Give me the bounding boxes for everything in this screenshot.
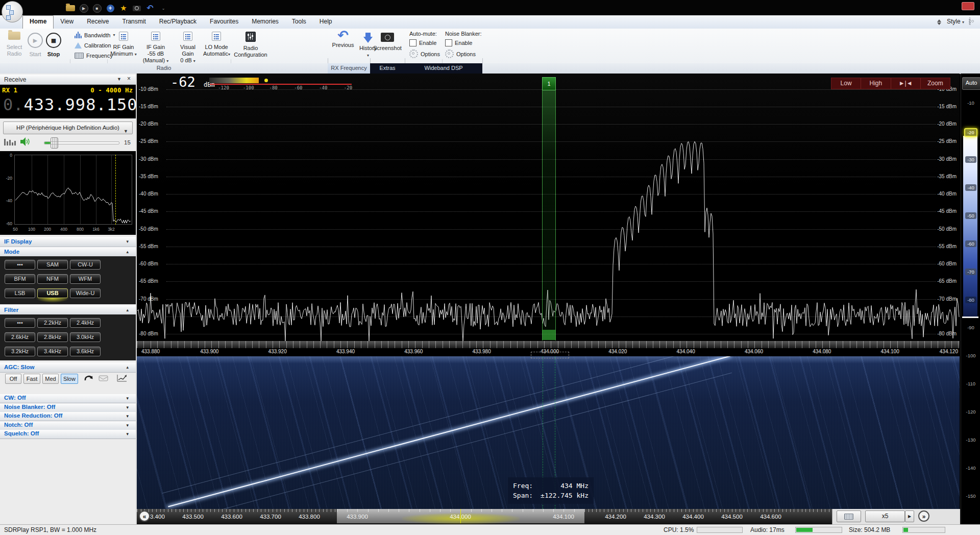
rx-region-handle[interactable] [531, 352, 569, 358]
spectrum-button-high[interactable]: High [861, 78, 891, 89]
spectrum-frequency-ruler[interactable] [137, 341, 960, 348]
agc-button-slow[interactable]: Slow [61, 374, 78, 384]
mode-button-nfm[interactable]: NFM [37, 274, 68, 284]
agc-button-off[interactable]: Off [5, 374, 21, 384]
scroll-left-button[interactable]: « [139, 510, 150, 522]
collapse-ribbon-icon[interactable] [937, 19, 941, 25]
palette-scale--120[interactable]: -120 [961, 409, 980, 415]
lo-mode-button[interactable]: LO ModeAutomatic▾ [203, 32, 230, 58]
palette-scale--60[interactable]: -60 [961, 240, 980, 247]
collapse-icon[interactable]: ▾ [126, 239, 129, 244]
rf-gain-button[interactable]: RF GainMinimum ▾ [110, 32, 137, 58]
mode-button-cwu[interactable]: CW-U [70, 260, 101, 270]
spectrum-button-low[interactable]: Low [831, 78, 861, 89]
section-cw[interactable]: CW: Off▾ [0, 394, 136, 403]
palette-scale--30[interactable]: -30 [961, 156, 980, 163]
style-menu[interactable]: Style ▾ [947, 18, 964, 25]
enter-frequency-button[interactable] [837, 510, 861, 522]
filter-button-3.4khz[interactable]: 3.4kHz [37, 347, 68, 356]
auto-mute-enable[interactable]: Enable [409, 39, 445, 46]
mode-button-usb[interactable]: USB [37, 288, 68, 298]
filter-button-2.6khz[interactable]: 2.6kHz [5, 332, 35, 342]
noise-blanker-options[interactable]: Options [445, 50, 482, 58]
checkbox-icon[interactable] [409, 39, 416, 46]
palette-scale--70[interactable]: -70 [961, 269, 980, 275]
panel-dropdown-icon[interactable]: ▼ [117, 77, 121, 82]
palette-scale--20[interactable]: -20 [961, 128, 980, 137]
mode-button-wideu[interactable]: Wide-U [70, 288, 101, 298]
mode-header[interactable]: Mode ▴ [0, 247, 136, 257]
collapse-icon[interactable]: ▴ [126, 307, 129, 312]
spectrum-button-[interactable]: ►|◄ [891, 78, 921, 89]
collapse-icon[interactable]: ▴ [126, 249, 129, 254]
add-icon[interactable]: + [104, 4, 117, 13]
speaker-icon[interactable] [19, 137, 32, 147]
filter-button-2.8khz[interactable]: 2.8kHz [37, 332, 68, 342]
waterfall-palette-gradient[interactable] [963, 136, 977, 318]
equalizer-icon[interactable] [4, 139, 16, 145]
tab-transmit[interactable]: Transmit [116, 15, 153, 29]
agc-graph-icon[interactable] [116, 374, 128, 382]
tab-favourites[interactable]: Favourites [203, 15, 245, 29]
palette-low-handle[interactable] [962, 317, 978, 318]
tab-receive[interactable]: Receive [80, 15, 115, 29]
tab-home[interactable]: Home [22, 15, 54, 29]
palette-scale--130[interactable]: -130 [961, 437, 980, 443]
panel-close-icon[interactable]: × [127, 75, 131, 82]
filter-button-2.2khz[interactable]: 2.2kHz [37, 318, 68, 328]
filter-button-3.0khz[interactable]: 3.0kHz [70, 332, 101, 342]
scroll-right-button[interactable]: » [918, 510, 929, 522]
favourite-star-icon[interactable]: ★ [117, 4, 130, 13]
stop-icon[interactable]: ■ [90, 4, 104, 13]
filter-button-[interactable]: ••• [5, 318, 35, 328]
tab-view[interactable]: View [54, 15, 80, 29]
mode-button-[interactable]: ••• [5, 260, 35, 270]
palette-scale--110[interactable]: -110 [961, 381, 980, 386]
auto-gain-button[interactable]: Auto [962, 77, 980, 90]
rx-marker-flag[interactable]: 1 [542, 77, 556, 90]
radio-configuration-button[interactable]: RadioConfiguration [233, 32, 268, 58]
collapse-icon[interactable]: ▾ [126, 431, 129, 436]
noise-blanker-enable[interactable]: Enable [445, 39, 482, 46]
section-noise-blanker[interactable]: Noise Blanker: Off▾ [0, 403, 136, 412]
filter-button-2.4khz[interactable]: 2.4kHz [70, 318, 101, 328]
filter-header[interactable]: Filter ▴ [0, 305, 136, 315]
section-squelch[interactable]: Squelch: Off▾ [0, 430, 136, 439]
tab-tools[interactable]: Tools [285, 15, 313, 29]
undo-icon[interactable]: ↶ [143, 4, 157, 13]
tuned-frequency[interactable]: 0.433.998.150 [3, 95, 137, 114]
palette-scale--50[interactable]: -50 [961, 212, 980, 219]
tab-rec-playback[interactable]: Rec/Playback [153, 15, 203, 29]
palette-scale--40[interactable]: -40 [961, 184, 980, 191]
collapse-icon[interactable]: ▾ [126, 423, 129, 428]
section-noise-reduction[interactable]: Noise Reduction: Off▾ [0, 412, 136, 421]
mode-button-wfm[interactable]: WFM [70, 274, 101, 284]
mode-button-sam[interactable]: SAM [37, 260, 68, 270]
agc-preset-icon[interactable] [99, 375, 109, 382]
zoom-step-arrow[interactable]: ▶ [905, 510, 914, 522]
mode-button-lsb[interactable]: LSB [5, 288, 35, 298]
volume-slider-thumb[interactable] [51, 137, 58, 149]
filter-button-3.2khz[interactable]: 3.2kHz [5, 347, 35, 356]
visual-gain-button[interactable]: Visual Gain0 dB ▾ [174, 32, 202, 64]
palette-scale--10[interactable]: -10 [961, 100, 980, 106]
palette-scale--90[interactable]: -90 [961, 325, 980, 330]
app-menu-orb[interactable] [2, 1, 23, 22]
toolbar-overflow-icon[interactable]: ⌄ [157, 4, 170, 13]
spectrum-button-zoom[interactable]: Zoom [921, 78, 950, 89]
audio-device-select[interactable]: HP (Périphérique High Definition Audio) … [3, 121, 133, 134]
stop-button[interactable]: ■ Stop [45, 33, 62, 58]
mode-button-bfm[interactable]: BFM [5, 274, 35, 284]
checkbox-icon[interactable] [445, 39, 452, 46]
screenshot-button[interactable]: Screenshot [373, 33, 402, 52]
previous-button[interactable]: ↶ Previous [331, 32, 355, 48]
tab-memories[interactable]: Memories [245, 15, 285, 29]
collapse-icon[interactable]: ▾ [126, 414, 129, 419]
filter-button-3.6khz[interactable]: 3.6kHz [70, 347, 101, 356]
select-radio-button[interactable]: SelectRadio [5, 32, 23, 57]
screenshot-camera-icon[interactable] [130, 4, 143, 13]
palette-scale--140[interactable]: -140 [961, 465, 980, 471]
zoom-x5-button[interactable]: x5 [865, 510, 905, 522]
start-button[interactable]: ▶ Start [27, 33, 44, 58]
palette-scale--100[interactable]: -100 [961, 353, 980, 358]
